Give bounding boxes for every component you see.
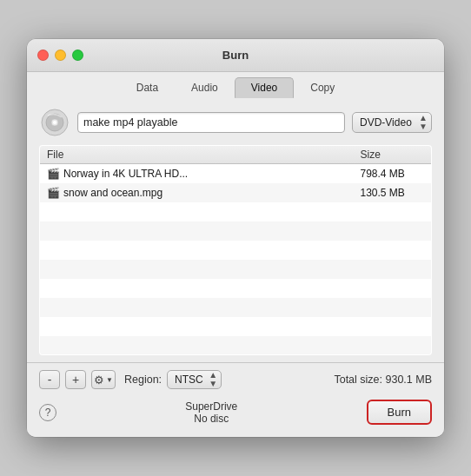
file-icon: 🎬 <box>47 168 60 180</box>
gear-button[interactable]: ⚙ ▼ <box>91 370 116 389</box>
gear-arrow-icon: ▼ <box>106 376 113 384</box>
remove-button[interactable]: - <box>39 370 60 389</box>
disc-icon <box>39 107 70 138</box>
table-row-empty <box>40 317 432 336</box>
close-button[interactable] <box>37 50 49 61</box>
content-area: DVD-Video DVD+R DVD-R ▲ ▼ File Size <box>27 98 444 355</box>
gear-icon: ⚙ <box>94 374 104 387</box>
file-size-cell: 130.5 MB <box>354 183 432 202</box>
table-header-row: File Size <box>40 146 432 164</box>
tab-video[interactable]: Video <box>235 77 294 98</box>
tab-data[interactable]: Data <box>120 77 175 98</box>
table-row-empty <box>40 202 432 221</box>
table-row-empty <box>40 298 432 317</box>
title-bar: Burn <box>27 39 444 72</box>
region-select[interactable]: NTSC PAL <box>167 370 222 389</box>
traffic-lights <box>37 50 83 61</box>
svg-point-3 <box>53 121 56 124</box>
table-row-empty <box>40 336 432 355</box>
table-row[interactable]: 🎬 snow and ocean.mpg 130.5 MB <box>40 183 432 202</box>
table-row-empty <box>40 279 432 298</box>
format-select[interactable]: DVD-Video DVD+R DVD-R <box>352 112 432 133</box>
column-header-size: Size <box>354 146 432 164</box>
tab-bar: Data Audio Video Copy <box>27 72 444 98</box>
tab-copy[interactable]: Copy <box>294 77 351 98</box>
table-row-empty <box>40 241 432 260</box>
burn-button[interactable]: Burn <box>367 400 432 425</box>
help-button[interactable]: ? <box>39 404 56 421</box>
file-size-cell: 798.4 MB <box>354 164 432 183</box>
file-icon: 🎬 <box>47 187 60 199</box>
region-label: Region: <box>124 374 162 386</box>
table-row[interactable]: 🎬 Norway in 4K ULTRA HD... 798.4 MB <box>40 164 432 183</box>
disc-row: DVD-Video DVD+R DVD-R ▲ ▼ <box>39 107 432 138</box>
window-title: Burn <box>222 49 249 62</box>
file-name-cell: 🎬 Norway in 4K ULTRA HD... <box>40 164 354 183</box>
bottom-controls: - + ⚙ ▼ Region: NTSC PAL ▲ ▼ Total size:… <box>39 370 432 389</box>
disc-name-input[interactable] <box>77 112 345 133</box>
table-row-empty <box>40 260 432 279</box>
column-header-file: File <box>40 146 354 164</box>
total-size-label: Total size: 930.1 MB <box>334 374 432 386</box>
add-button[interactable]: + <box>65 370 86 389</box>
file-table: File Size 🎬 Norway in 4K ULTRA HD... 798… <box>39 145 432 355</box>
table-row-empty <box>40 221 432 241</box>
drive-info: SuperDrive No disc <box>56 400 367 425</box>
bottom-footer: ? SuperDrive No disc Burn <box>39 396 432 430</box>
minimize-button[interactable] <box>55 50 66 61</box>
tab-audio[interactable]: Audio <box>175 77 235 98</box>
drive-status: No disc <box>56 413 367 425</box>
file-name-cell: 🎬 snow and ocean.mpg <box>40 183 354 202</box>
bottom-bar: - + ⚙ ▼ Region: NTSC PAL ▲ ▼ Total size:… <box>27 362 444 437</box>
main-window: Burn Data Audio Video Copy <box>27 39 444 437</box>
drive-name: SuperDrive <box>56 400 367 413</box>
maximize-button[interactable] <box>72 50 83 61</box>
format-select-wrap: DVD-Video DVD+R DVD-R ▲ ▼ <box>352 112 432 133</box>
region-select-wrap: NTSC PAL ▲ ▼ <box>167 370 222 389</box>
